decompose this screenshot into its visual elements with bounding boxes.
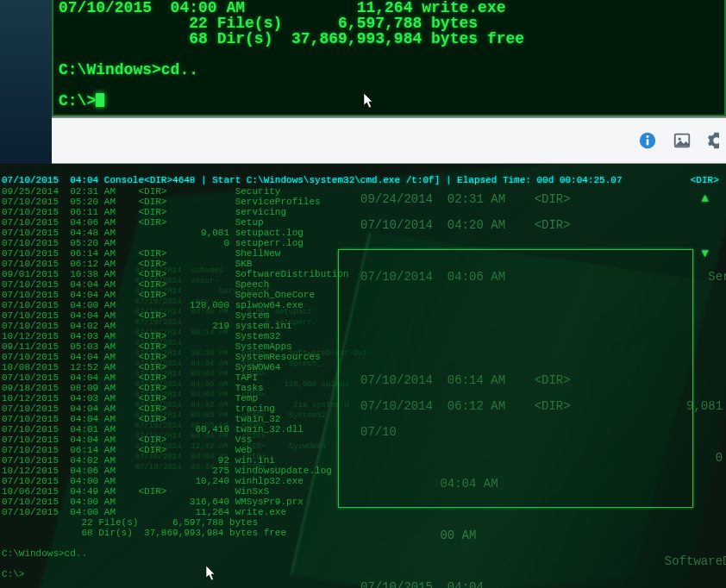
- gear-icon[interactable]: [707, 131, 719, 150]
- info-icon[interactable]: [638, 131, 657, 150]
- left-sidebar: [0, 0, 52, 164]
- terminal-line: 68 Dir(s) 37,869,993,984 bytes free: [59, 30, 524, 47]
- terminal-prompt[interactable]: C:\>: [59, 92, 104, 109]
- scroll-up-icon[interactable]: ▲: [702, 191, 709, 205]
- terminal-line: 22 File(s) 6,597,788 bytes: [59, 15, 478, 32]
- svg-rect-2: [647, 139, 649, 145]
- image-icon[interactable]: [673, 131, 692, 150]
- toolbar: [52, 116, 726, 164]
- background-terminal[interactable]: 09/25/2014 02:31 AM <DIR> Security 07/10…: [0, 186, 726, 588]
- scroll-down-icon[interactable]: ▼: [702, 247, 709, 260]
- terminal-top-window[interactable]: 07/10/2015 04:00 AM 11,264 write.exe 22 …: [52, 0, 726, 116]
- terminal-line: C:\Windows>cd..: [59, 61, 198, 78]
- svg-point-4: [679, 138, 681, 141]
- svg-point-1: [647, 135, 649, 138]
